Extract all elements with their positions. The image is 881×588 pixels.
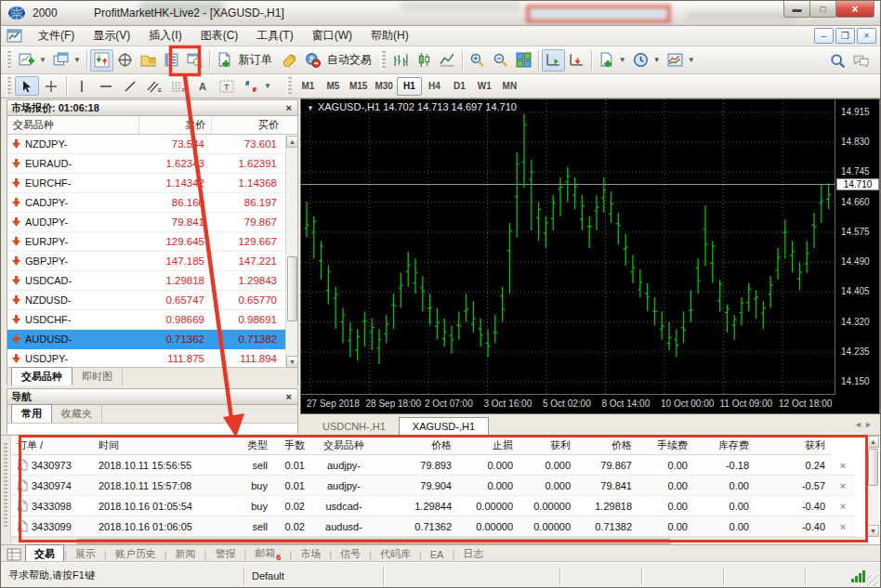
terminal-tab-新闻[interactable]: 新闻 — [167, 545, 204, 563]
status-profile[interactable]: Default — [244, 567, 384, 585]
market-watch-row[interactable]: USDCHF-0.986690.98691 — [7, 310, 297, 330]
autotrading-label[interactable]: 自动交易 — [327, 52, 372, 68]
strategy-tester-button[interactable] — [183, 49, 206, 72]
terminal-scrollbar[interactable]: ▲ ▼ — [866, 436, 878, 537]
market-watch-tab-即时图[interactable]: 即时图 — [72, 368, 123, 385]
column-bid[interactable]: 卖价 — [139, 116, 212, 134]
periods-dropdown[interactable]: ▼ — [653, 56, 661, 64]
text-button[interactable]: A — [191, 76, 215, 96]
order-row[interactable]: 34309742018.10.11 15:57:08buy0.01audjpy-… — [11, 476, 855, 496]
terminal-tab-EA[interactable]: EA — [422, 547, 453, 562]
terminal-tab-邮箱[interactable]: 邮箱6 — [246, 544, 289, 563]
terminal-column-7[interactable]: 获利 — [519, 438, 576, 452]
terminal-tab-交易[interactable]: 交易 — [25, 544, 64, 564]
fibonacci-button[interactable]: F — [166, 76, 191, 96]
menu-item-charts[interactable]: 图表(C) — [191, 25, 248, 46]
chart-tab-scroll-icons[interactable]: ◄ ► — [854, 420, 873, 429]
new-chart-button[interactable] — [15, 49, 38, 72]
new-order-button[interactable] — [213, 49, 236, 72]
vertical-line-button[interactable] — [70, 76, 94, 96]
text-label-button[interactable]: T — [215, 76, 239, 96]
market-watch-row[interactable]: AUDJPY-79.84179.867 — [7, 213, 297, 232]
arrows-dropdown[interactable]: ▼ — [264, 82, 271, 90]
terminal-column-5[interactable]: 价格 — [377, 438, 457, 452]
close-order-icon[interactable]: × — [831, 501, 855, 512]
resize-grip[interactable] — [867, 575, 878, 586]
timeframe-W1[interactable]: W1 — [472, 77, 497, 96]
periods-button[interactable] — [629, 49, 652, 72]
terminal-column-4[interactable]: 交易品种 — [310, 438, 377, 452]
bar-chart-button[interactable] — [389, 49, 413, 72]
market-watch-row[interactable]: EURJPY-129.645129.667 — [7, 232, 297, 252]
navigator-tab-收藏夹[interactable]: 收藏夹 — [52, 405, 102, 423]
market-watch-row[interactable]: AUDUSD-0.713620.71382 — [7, 330, 297, 349]
market-watch-button[interactable] — [90, 49, 113, 72]
chart-shift-button[interactable] — [565, 49, 588, 72]
market-watch-row[interactable]: USDCAD-1.298181.29843 — [7, 271, 297, 291]
market-watch-row[interactable]: EURAUD-1.623431.62391 — [7, 154, 297, 174]
column-symbol[interactable]: 交易品种 — [7, 116, 139, 134]
candlestick-chart-button[interactable] — [413, 49, 436, 72]
market-watch-row[interactable]: EURCHF-1.143421.14368 — [7, 174, 297, 193]
terminal-tab-代码库[interactable]: 代码库 — [372, 545, 419, 563]
order-row[interactable]: 34330992018.10.16 01:06:05sell0.02audusd… — [11, 516, 855, 537]
terminal-hscrollbar[interactable] — [11, 537, 863, 544]
chart-plot-area[interactable] — [301, 99, 835, 395]
close-order-icon[interactable]: × — [831, 480, 855, 491]
timeframe-M1[interactable]: M1 — [296, 77, 321, 96]
scroll-up-icon[interactable]: ▲ — [286, 136, 298, 148]
maximize-button[interactable]: □ — [809, 1, 836, 18]
toolbar-grip[interactable] — [7, 77, 11, 96]
market-watch-row[interactable]: NZDJPY-73.54473.601 — [7, 135, 297, 154]
new-chart-dropdown[interactable]: ▼ — [39, 56, 46, 64]
terminal-button[interactable] — [160, 49, 183, 72]
tile-windows-button[interactable] — [512, 49, 535, 72]
terminal-column-0[interactable]: 订单 / — [11, 438, 93, 452]
auto-scroll-button[interactable] — [542, 49, 565, 72]
cursor-button[interactable] — [15, 76, 39, 96]
timeframe-M30[interactable]: M30 — [371, 77, 396, 96]
terminal-tab-市场[interactable]: 市场 — [292, 545, 329, 563]
scrollbar-thumb[interactable] — [287, 256, 297, 321]
market-watch-row[interactable]: USDJPY-111.875111.894 — [7, 349, 297, 367]
scrollbar-thumb[interactable] — [868, 449, 878, 486]
terminal-column-1[interactable]: 时间 — [93, 438, 232, 452]
scroll-up-icon[interactable]: ▲ — [867, 436, 879, 448]
mdi-minimize-button[interactable]: – — [814, 28, 834, 44]
chevron-down-icon[interactable]: ▼ — [307, 104, 314, 112]
terminal-column-11[interactable]: 获利 — [755, 438, 831, 452]
market-watch-row[interactable]: CADJPY-86.16086.197 — [7, 193, 297, 213]
timeframe-M5[interactable]: M5 — [321, 77, 346, 96]
mdi-close-button[interactable]: × — [857, 28, 876, 44]
market-watch-row[interactable]: GBPJPY-147.185147.221 — [7, 252, 297, 271]
crosshair-button[interactable] — [39, 76, 63, 96]
close-icon[interactable]: × — [284, 102, 294, 113]
timeframe-M15[interactable]: M15 — [346, 77, 371, 96]
scroll-down-icon[interactable]: ▼ — [286, 356, 298, 368]
timeframe-MN[interactable]: MN — [497, 77, 522, 96]
terminal-tab-展示[interactable]: 展示 — [67, 545, 104, 563]
menu-item-file[interactable]: 文件(F) — [29, 25, 84, 46]
terminal-column-8[interactable]: 价格 — [576, 438, 638, 452]
metaeditor-button[interactable] — [278, 49, 301, 72]
market-watch-row[interactable]: NZDUSD-0.657470.65770 — [7, 291, 297, 310]
terminal-column-6[interactable]: 止损 — [457, 438, 519, 452]
autotrading-button[interactable] — [301, 49, 324, 72]
terminal-tab-日志[interactable]: 日志 — [454, 545, 492, 563]
chart-time-scale[interactable]: 27 Sep 201828 Sep 18:002 Oct 07:003 Oct … — [301, 394, 835, 413]
chart-tab-XAGUSD-,H1[interactable]: XAGUSD-,H1 — [399, 417, 489, 435]
profiles-button[interactable] — [49, 49, 72, 72]
mdi-restore-button[interactable]: ❒ — [835, 28, 855, 44]
search-icon[interactable] — [826, 49, 849, 72]
close-order-icon[interactable]: × — [831, 521, 855, 532]
equidistant-channel-button[interactable]: E — [142, 76, 166, 96]
close-icon[interactable]: × — [284, 391, 294, 402]
indicators-dropdown[interactable]: ▼ — [619, 56, 626, 64]
order-row[interactable]: 34330982018.10.16 01:05:54buy0.02usdcad-… — [11, 496, 855, 516]
trendline-button[interactable] — [118, 76, 142, 96]
menu-item-view[interactable]: 显示(V) — [84, 25, 139, 46]
terminal-grip[interactable] — [1, 436, 11, 544]
profiles-dropdown[interactable]: ▼ — [73, 56, 81, 64]
templates-button[interactable] — [664, 49, 687, 72]
horizontal-line-button[interactable] — [94, 76, 118, 96]
